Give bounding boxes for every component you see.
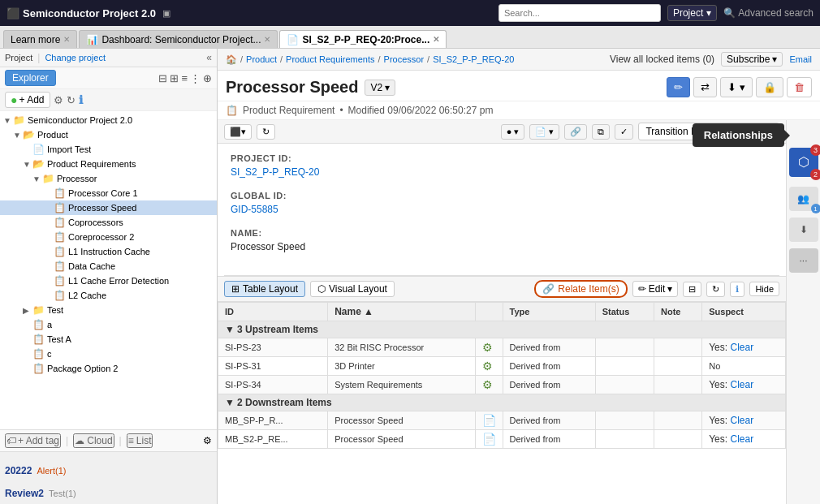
lock-button[interactable]: 🔒 xyxy=(756,77,783,97)
tree-item-coreprocessor2[interactable]: 📋 Coreprocessor 2 xyxy=(0,230,217,244)
row-id[interactable]: SI-PS-34 xyxy=(218,376,328,394)
tag-icon[interactable]: ⊕ xyxy=(203,72,212,84)
explorer-tab[interactable]: Explorer xyxy=(5,70,56,86)
delete-button[interactable]: 🗑 xyxy=(787,77,812,97)
table-layout-button[interactable]: ⊞ Table Layout xyxy=(224,281,305,297)
people-button[interactable]: 👥 1 xyxy=(789,187,818,211)
collapse-sidebar-button[interactable]: « xyxy=(206,52,212,63)
add-button[interactable]: ● + Add xyxy=(5,92,50,108)
export-button[interactable]: ⬇ ▾ xyxy=(720,77,753,97)
tree-item-test-a[interactable]: 📋 Test A xyxy=(0,332,217,347)
tree-item-package-opt2[interactable]: 📋 Package Option 2 xyxy=(0,361,217,376)
tree-item-test[interactable]: ▶ 📁 Test xyxy=(0,303,217,317)
tree-item-l1-instruction[interactable]: 📋 L1 Instruction Cache xyxy=(0,244,217,259)
tree-item-data-cache[interactable]: 📋 Data Cache xyxy=(0,259,217,274)
tree-item-l1-cache-error[interactable]: 📋 L1 Cache Error Detection xyxy=(0,274,217,288)
add-tag-button[interactable]: 🏷 + Add tag xyxy=(5,433,61,448)
table-row: SI-PS-23 32 Bit RISC Processor ⚙ Derived… xyxy=(218,338,786,357)
row-id[interactable]: SI-PS-23 xyxy=(218,338,328,357)
refresh-fields-button[interactable]: ↻ xyxy=(257,124,275,140)
search-input[interactable] xyxy=(498,4,661,22)
edit-button[interactable]: ✏ xyxy=(667,77,690,97)
filter-button[interactable]: ⊟ xyxy=(683,282,701,297)
row-id[interactable]: MB_SP-P_R... xyxy=(218,411,328,430)
check-btn[interactable]: ✓ xyxy=(615,124,633,140)
tree-item-import-test[interactable]: 📄 Import Test xyxy=(0,142,217,157)
tree-item-proc-core1[interactable]: 📋 Processor Core 1 xyxy=(0,186,217,200)
grid-view-icon[interactable]: ⊞ xyxy=(170,72,179,84)
tree-item-processor[interactable]: ▼ 📁 Processor xyxy=(0,171,217,186)
row-id[interactable]: MB_S2-P_RE... xyxy=(218,430,328,449)
tree-view-icon[interactable]: ⋮ xyxy=(190,72,201,84)
refresh-button[interactable]: ↻ xyxy=(67,94,76,106)
tree-item-proc-speed[interactable]: 📋 Processor Speed xyxy=(0,200,217,215)
clear-link[interactable]: Clear xyxy=(730,342,753,353)
tab-close-icon[interactable]: ✕ xyxy=(63,35,70,44)
document-btn[interactable]: 📄 ▾ xyxy=(529,124,559,140)
relationships-button[interactable]: ⬡ 3 2 xyxy=(789,148,818,177)
settings-button[interactable]: ⚙ xyxy=(54,94,63,106)
tree-root[interactable]: ▼ 📁 Semiconductor Project 2.0 xyxy=(0,113,217,127)
expand-icon[interactable]: ▼ xyxy=(225,397,235,408)
breadcrumb-home[interactable]: 🏠 xyxy=(226,54,237,65)
project-label: Project xyxy=(673,7,703,19)
edit-table-button[interactable]: ✏ Edit ▾ xyxy=(632,281,679,297)
breadcrumb-product-reqs[interactable]: Product Requirements xyxy=(286,54,374,64)
list-button[interactable]: ≡ List xyxy=(127,433,153,448)
tree-item-label: Product xyxy=(37,130,68,140)
subscribe-button[interactable]: Subscribe ▾ xyxy=(721,52,783,67)
info-table-button[interactable]: ℹ xyxy=(730,282,744,297)
branch-button[interactable]: ⇄ xyxy=(693,77,717,97)
project-button[interactable]: Project xyxy=(5,53,32,62)
tree-item-product[interactable]: ▼ 📂 Product xyxy=(0,127,217,142)
tree-item-c[interactable]: 📋 c xyxy=(0,347,217,361)
fields-section: PROJECT ID: SI_S2_P-P_REQ-20 GLOBAL ID: … xyxy=(218,144,786,275)
expand-icon[interactable]: ▼ xyxy=(225,324,235,335)
tab-close-icon[interactable]: ✕ xyxy=(264,35,270,44)
clear-link[interactable]: Clear xyxy=(730,433,753,445)
tab-learn-more[interactable]: Learn more ✕ xyxy=(3,30,77,48)
tab-close-icon[interactable]: ✕ xyxy=(433,35,439,44)
refresh-table-button[interactable]: ↻ xyxy=(706,282,725,297)
tree-item-product-reqs[interactable]: ▼ 📂 Product Requirements xyxy=(0,157,217,171)
settings-icon[interactable]: ⚙ xyxy=(203,435,212,446)
version-badge[interactable]: V2 ▾ xyxy=(365,80,395,96)
global-id-value[interactable]: GID-55885 xyxy=(231,204,773,215)
row-id[interactable]: SI-PS-31 xyxy=(218,357,328,376)
advanced-search-btn[interactable]: 🔍 Advanced search xyxy=(723,7,814,19)
cloud-button[interactable]: ☁ Cloud xyxy=(73,433,114,448)
info-button[interactable]: ℹ xyxy=(79,93,83,106)
sort-icon[interactable]: ▲ xyxy=(364,306,373,317)
filter-icon[interactable]: ⊟ xyxy=(158,72,167,84)
email-button[interactable]: Email xyxy=(789,54,812,64)
change-project-button[interactable]: Change project xyxy=(45,53,106,62)
row-note xyxy=(654,411,702,430)
more-button[interactable]: ··· xyxy=(789,248,818,273)
clear-link[interactable]: Clear xyxy=(730,415,753,426)
breadcrumb-processor[interactable]: Processor xyxy=(384,54,425,64)
tree-item-l2-cache[interactable]: 📋 L2 Cache xyxy=(0,288,217,303)
expand-icon xyxy=(23,321,31,330)
link-btn[interactable]: 🔗 xyxy=(564,124,587,140)
tab-processor[interactable]: 📄 SI_S2_P-P_REQ-20:Proce... ✕ xyxy=(279,30,447,48)
alert-badge[interactable]: Alert(1) xyxy=(37,466,66,476)
clear-link[interactable]: Clear xyxy=(730,379,753,390)
breadcrumb-req[interactable]: SI_S2_P-P_REQ-20 xyxy=(433,54,514,64)
breadcrumb-product[interactable]: Product xyxy=(246,54,277,64)
download-button[interactable]: ⬇ xyxy=(789,218,818,242)
collapse-fields-button[interactable]: ⬛▾ xyxy=(224,124,252,140)
list-view-icon[interactable]: ≡ xyxy=(181,72,188,84)
test-badge[interactable]: Test(1) xyxy=(49,489,76,498)
copy-btn[interactable]: ⧉ xyxy=(592,124,610,140)
year-stat: 20222 xyxy=(5,455,32,478)
tab-dashboard[interactable]: 📊 Dashboard: Semiconductor Project... ✕ xyxy=(79,30,278,48)
relate-items-button[interactable]: 🔗 Relate Item(s) xyxy=(534,280,627,298)
project-id-value[interactable]: SI_S2_P-P_REQ-20 xyxy=(231,166,773,178)
add-field-button[interactable]: ● ▾ xyxy=(501,124,525,140)
project-dropdown[interactable]: Project ▾ xyxy=(667,5,717,21)
locked-items-label[interactable]: View all locked items (0) xyxy=(610,54,714,65)
tree-item-a[interactable]: 📋 a xyxy=(0,317,217,332)
tree-item-coprocessors[interactable]: 📋 Coprocessors xyxy=(0,215,217,230)
visual-layout-button[interactable]: ⬡ Visual Layout xyxy=(310,281,395,297)
hide-button[interactable]: Hide xyxy=(749,282,779,296)
